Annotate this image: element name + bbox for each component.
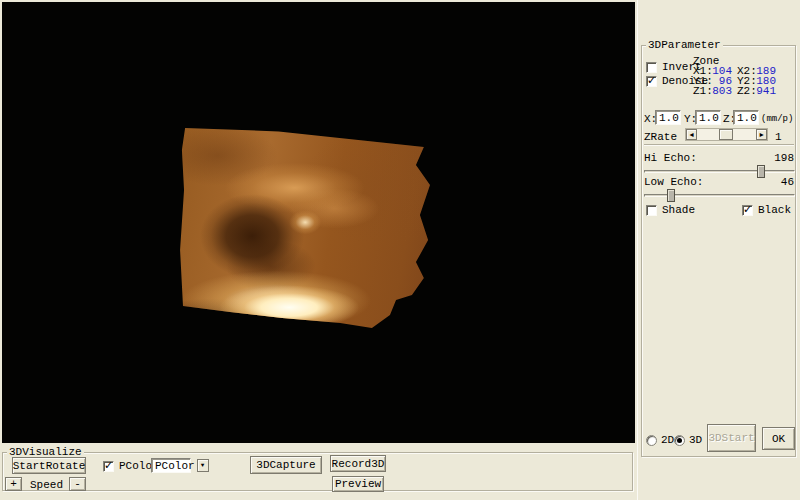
ultrasound-volume-image <box>170 105 435 335</box>
pcolor-dropdown[interactable]: PColor ▼ <box>151 458 191 473</box>
zone-z2-value: 941 <box>748 85 776 97</box>
zrate-left-arrow-icon[interactable]: ◄ <box>686 129 697 140</box>
check-icon: ✓ <box>647 74 656 87</box>
parameter-groupbox: 3DParameter ✓ Invert ✓ Denoise Zone X1: … <box>641 45 796 457</box>
shade-checkbox-label: Shade <box>662 204 695 216</box>
black-checkbox[interactable]: ✓ Black <box>742 204 791 216</box>
render-viewport[interactable] <box>2 2 635 443</box>
low-echo-slider-thumb[interactable] <box>667 189 675 202</box>
speed-minus-button[interactable]: - <box>69 477 86 491</box>
zone-z1-value: 803 <box>704 85 732 97</box>
pcolor-checkbox-box: ✓ <box>103 461 114 472</box>
mode-2d-radio-label: 2D <box>661 434 674 446</box>
pcolor-dropdown-value: PColor <box>152 459 197 472</box>
radio-circle <box>674 435 685 446</box>
mode-2d-radio[interactable]: 2D <box>646 434 674 446</box>
zrate-track[interactable] <box>697 129 756 140</box>
scale-x-input[interactable]: 1.0 <box>655 110 681 125</box>
hi-echo-value: 198 <box>762 152 794 164</box>
speed-plus-button[interactable]: + <box>5 477 22 491</box>
low-echo-value: 46 <box>762 176 794 188</box>
check-icon: ✓ <box>104 459 113 472</box>
zrate-right-arrow-icon[interactable]: ► <box>756 129 767 140</box>
radio-circle <box>646 435 657 446</box>
low-echo-label: Low Echo: <box>644 176 703 188</box>
speed-label: Speed <box>30 479 63 491</box>
ok-button[interactable]: OK <box>762 427 795 450</box>
chevron-down-icon[interactable]: ▼ <box>197 459 209 472</box>
visualize-panel: 3DVisualize StartRotate + Speed - ✓ PCol… <box>0 443 637 500</box>
zrate-value: 1 <box>775 131 782 143</box>
scale-z-input[interactable]: 1.0 <box>733 110 759 125</box>
radio-dot-icon <box>677 438 682 443</box>
scale-y-input[interactable]: 1.0 <box>695 110 721 125</box>
shade-checkbox-box: ✓ <box>646 205 657 216</box>
hi-echo-label: Hi Echo: <box>644 152 697 164</box>
mode-3d-radio[interactable]: 3D <box>674 434 702 446</box>
invert-checkbox-box: ✓ <box>646 62 657 73</box>
mode-3d-radio-label: 3D <box>689 434 702 446</box>
hi-echo-slider-track[interactable] <box>644 170 795 173</box>
parameter-group-title: 3DParameter <box>646 39 723 51</box>
zrate-thumb[interactable] <box>719 129 733 140</box>
app-window: { "param_panel": { "title": "3DParameter… <box>0 0 800 500</box>
record3d-button[interactable]: Record3D <box>330 455 386 472</box>
black-checkbox-box: ✓ <box>742 205 753 216</box>
shade-checkbox[interactable]: ✓ Shade <box>646 204 695 216</box>
check-icon: ✓ <box>743 203 752 216</box>
denoise-checkbox-box: ✓ <box>646 76 657 87</box>
3dstart-button[interactable]: 3DStart <box>707 424 756 452</box>
zrate-scrollbar[interactable]: ◄ ► <box>685 128 768 141</box>
preview-button[interactable]: Preview <box>332 476 384 492</box>
scale-unit-label: (mm/p) <box>761 114 793 124</box>
zrate-label: ZRate <box>644 131 677 143</box>
3dcapture-button[interactable]: 3DCapture <box>250 456 322 474</box>
parameter-panel: 3DParameter ✓ Invert ✓ Denoise Zone X1: … <box>637 0 800 500</box>
low-echo-slider[interactable] <box>644 189 795 202</box>
section-divider <box>644 144 794 146</box>
black-checkbox-label: Black <box>758 204 791 216</box>
start-rotate-button[interactable]: StartRotate <box>12 457 86 474</box>
